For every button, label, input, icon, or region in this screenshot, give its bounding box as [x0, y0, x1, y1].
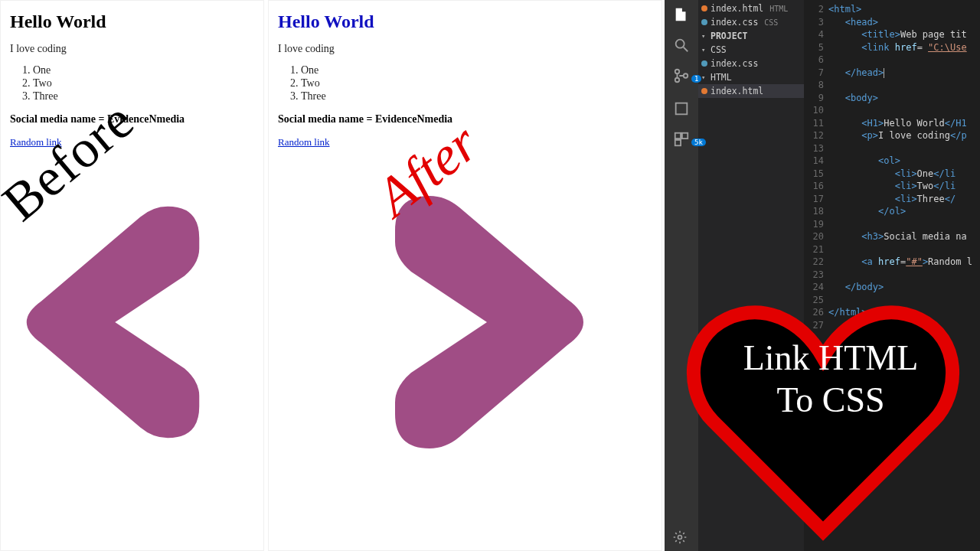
- random-link[interactable]: Random link: [278, 136, 330, 148]
- extensions-icon[interactable]: [673, 131, 690, 148]
- folder-label: CSS: [710, 44, 727, 55]
- svg-line-1: [684, 47, 688, 52]
- scm-badge: 1: [691, 75, 701, 83]
- folder-label: HTML: [710, 72, 732, 83]
- svg-rect-6: [675, 133, 681, 139]
- svg-rect-8: [675, 140, 681, 145]
- after-panel: Hello World I love coding One Two Three …: [268, 0, 662, 551]
- section-label: PROJECT: [710, 31, 747, 41]
- folder-css[interactable]: CSS: [698, 43, 804, 57]
- svg-point-9: [678, 536, 682, 540]
- page-paragraph: I love coding: [278, 43, 652, 55]
- list-item: Two: [301, 77, 652, 90]
- list-item: One: [33, 64, 254, 77]
- filename: index.html: [710, 3, 763, 14]
- list-item: One: [301, 64, 652, 77]
- svg-rect-5: [676, 103, 688, 115]
- file-lang: HTML: [769, 5, 788, 13]
- svg-point-2: [675, 70, 680, 74]
- html-file-icon: [701, 88, 707, 94]
- list-item: Three: [33, 90, 254, 103]
- filename: index.css: [710, 58, 758, 69]
- filename: index.css: [710, 17, 758, 28]
- ext-badge: 5k: [691, 139, 706, 146]
- file-lang: CSS: [764, 18, 778, 27]
- page-heading: Hello World: [278, 11, 652, 32]
- css-file-icon: [701, 19, 707, 25]
- before-panel: Hello World I love coding One Two Three …: [0, 0, 264, 551]
- svg-rect-7: [682, 133, 688, 139]
- heart-text: Link HTML To CSS: [727, 337, 934, 421]
- svg-point-3: [675, 78, 680, 83]
- search-icon[interactable]: [673, 37, 690, 54]
- list-item: Two: [33, 77, 254, 90]
- open-editor-item[interactable]: index.html HTML: [698, 2, 804, 15]
- page-heading: Hello World: [10, 11, 254, 32]
- css-file-icon: [701, 60, 707, 67]
- files-icon[interactable]: [673, 6, 690, 23]
- page-paragraph: I love coding: [10, 43, 254, 55]
- ordered-list: One Two Three: [33, 64, 254, 103]
- list-item: Three: [301, 90, 652, 103]
- explorer-section[interactable]: PROJECT: [698, 29, 804, 43]
- subheading: Social media name = EvidenceNmedia: [278, 113, 652, 126]
- svg-point-0: [676, 40, 684, 48]
- svg-point-4: [684, 73, 688, 78]
- file-index-html[interactable]: index.html: [698, 84, 804, 98]
- html-file-icon: [701, 5, 707, 11]
- file-index-css[interactable]: index.css: [698, 57, 804, 70]
- folder-html[interactable]: HTML: [698, 70, 804, 84]
- ordered-list: One Two Three: [301, 64, 652, 103]
- chevron-left-icon: [15, 196, 237, 448]
- debug-icon[interactable]: [673, 100, 690, 117]
- filename: index.html: [710, 86, 763, 96]
- chevron-right-icon: [345, 184, 606, 460]
- source-control-icon[interactable]: [673, 67, 690, 84]
- open-editor-item[interactable]: index.css CSS: [698, 15, 804, 29]
